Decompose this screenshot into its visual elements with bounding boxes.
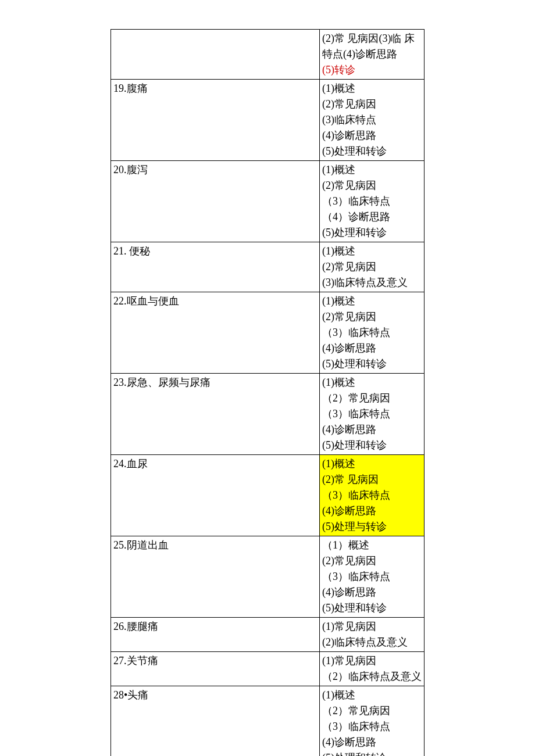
detail-line: (4)诊断思路 (322, 422, 422, 438)
details-cell: (1)概述（2）常见病因（3）临床特点(4)诊断思路(5)处理和转诊 (320, 374, 425, 455)
detail-line: (4)诊断思路 (322, 503, 422, 519)
detail-line: (4)诊断思路 (322, 734, 422, 750)
detail-line: （3）临床特点 (322, 719, 422, 734)
detail-line: (2)临床特点及意义 (322, 635, 422, 650)
details-cell: (1)常见病因(2)临床特点及意义 (320, 618, 425, 652)
table-row: 22.呕血与便血(1)概述(2)常见病因（3）临床特点(4)诊断思路(5)处理和… (111, 292, 425, 374)
topic-cell: 23.尿急、尿频与尿痛 (111, 374, 320, 455)
detail-line: (1)概述 (322, 162, 422, 178)
topic-cell: 25.阴道出血 (111, 536, 320, 618)
detail-line: (1)概述 (322, 375, 422, 390)
detail-line: (2)常见病因 (322, 309, 422, 325)
detail-line: （3）临床特点 (322, 488, 422, 503)
detail-line: (1)概述 (322, 243, 422, 259)
topic-cell: 19.腹痛 (111, 80, 320, 161)
detail-line: (1)概述 (322, 81, 422, 96)
detail-line: (2)常见病因 (322, 96, 422, 112)
topic-cell: 27.关节痛 (111, 652, 320, 686)
detail-line: (1)概述 (322, 456, 422, 472)
detail-line: (5)处理和转诊 (322, 225, 422, 241)
detail-line: (5)处理和转诊 (322, 356, 422, 372)
topic-cell: 21. 便秘 (111, 242, 320, 292)
table-row: 24.血尿(1)概述(2)常 见病因（3）临床特点(4)诊断思路(5)处理与转诊 (111, 455, 425, 536)
detail-line: （3）临床特点 (322, 406, 422, 422)
table-row: 19.腹痛(1)概述(2)常见病因(3)临床特点(4)诊断思路(5)处理和转诊 (111, 80, 425, 161)
topic-cell: 20.腹泻 (111, 161, 320, 242)
detail-line: (4)诊断思路 (322, 341, 422, 356)
details-cell: (1)概述(2)常见病因(3)临床特点及意义 (320, 242, 425, 292)
detail-line: (5)处理与转诊 (322, 519, 422, 535)
table-row: 20.腹泻(1)概述(2)常见病因（3）临床特点（4）诊断思路(5)处理和转诊 (111, 161, 425, 242)
topic-cell: 26.腰腿痛 (111, 618, 320, 652)
details-cell: (1)概述(2)常见病因(3)临床特点(4)诊断思路(5)处理和转诊 (320, 80, 425, 161)
table-row: (2)常 见病因(3)临 床特点(4)诊断思路(5)转诊 (111, 30, 425, 80)
detail-line: (5)处理和转诊 (322, 750, 422, 756)
detail-line: (5)处理和转诊 (322, 438, 422, 453)
table-row: 26.腰腿痛(1)常见病因(2)临床特点及意义 (111, 618, 425, 652)
details-cell: （1）概述(2)常见病因（3）临床特点(4)诊断思路(5)处理和转诊 (320, 536, 425, 618)
detail-line: （3）临床特点 (322, 569, 422, 585)
detail-line: (2)常见病因 (322, 553, 422, 569)
details-cell: (1)概述(2)常 见病因（3）临床特点(4)诊断思路(5)处理与转诊 (320, 455, 425, 536)
table-row: 28•头痛(1)概述（2）常见病因（3）临床特点(4)诊断思路(5)处理和转诊 (111, 686, 425, 757)
detail-line: (1)常见病因 (322, 619, 422, 635)
table-row: 25.阴道出血（1）概述(2)常见病因（3）临床特点(4)诊断思路(5)处理和转… (111, 536, 425, 618)
detail-line: (2)常 见病因 (322, 472, 422, 488)
detail-line: (1)概述 (322, 687, 422, 703)
topic-cell: 28•头痛 (111, 686, 320, 757)
detail-line: （2）常见病因 (322, 703, 422, 719)
detail-line: (3)临床特点及意义 (322, 275, 422, 291)
detail-line: （2）常见病因 (322, 390, 422, 406)
topic-cell: 24.血尿 (111, 455, 320, 536)
detail-line: (3)临床特点 (322, 112, 422, 128)
table-row: 21. 便秘(1)概述(2)常见病因(3)临床特点及意义 (111, 242, 425, 292)
detail-line: （1）概述 (322, 538, 422, 553)
details-cell: (1)概述(2)常见病因（3）临床特点（4）诊断思路(5)处理和转诊 (320, 161, 425, 242)
detail-line: (4)诊断思路 (322, 128, 422, 144)
detail-line: （3）临床特点 (322, 194, 422, 209)
details-cell: (1)概述（2）常见病因（3）临床特点(4)诊断思路(5)处理和转诊 (320, 686, 425, 757)
table-row: 27.关节痛(1)常见病因（2）临床特点及意义 (111, 652, 425, 686)
detail-line: (5)处理和转诊 (322, 144, 422, 159)
detail-line: （3）临床特点 (322, 325, 422, 341)
topic-cell (111, 30, 320, 80)
details-cell: (2)常 见病因(3)临 床特点(4)诊断思路(5)转诊 (320, 30, 425, 80)
detail-text-red: (5)转诊 (322, 64, 355, 76)
detail-line: (1)概述 (322, 293, 422, 309)
details-cell: (1)常见病因（2）临床特点及意义 (320, 652, 425, 686)
table-row: 23.尿急、尿频与尿痛(1)概述（2）常见病因（3）临床特点(4)诊断思路(5)… (111, 374, 425, 455)
detail-text: (2)常 见病因(3)临 床特点(4)诊断思路 (322, 33, 415, 60)
topic-cell: 22.呕血与便血 (111, 292, 320, 374)
detail-line: (5)处理和转诊 (322, 600, 422, 616)
details-cell: (1)概述(2)常见病因（3）临床特点(4)诊断思路(5)处理和转诊 (320, 292, 425, 374)
syllabus-table: (2)常 见病因(3)临 床特点(4)诊断思路(5)转诊19.腹痛(1)概述(2… (110, 29, 425, 756)
detail-line: (4)诊断思路 (322, 585, 422, 600)
detail-line: (1)常见病因 (322, 653, 422, 669)
detail-line: （2）临床特点及意义 (322, 669, 422, 685)
detail-line: (2)常见病因 (322, 259, 422, 275)
detail-line: （4）诊断思路 (322, 209, 422, 225)
detail-line: (2)常见病因 (322, 178, 422, 194)
